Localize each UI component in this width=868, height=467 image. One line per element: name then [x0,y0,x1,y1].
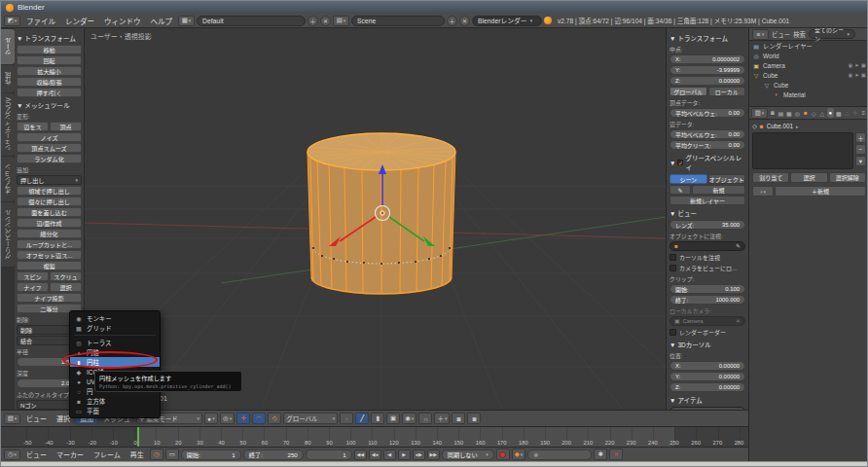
tab-world-icon[interactable]: ◎ [794,108,802,118]
menu-item-grid[interactable]: ▦グリッド [70,323,160,333]
transform-panel-header[interactable]: ▼ トランスフォーム [17,33,82,43]
add-tool-button[interactable]: オフセット辺ス... [17,250,82,260]
transform-tool-button[interactable]: 拡大縮小 [17,66,82,76]
edge-bevel-field[interactable]: 平均ベベルウェ:0.00 [669,129,745,139]
delete-scene-button[interactable]: ✕ [459,16,470,26]
menu-item-cylinder[interactable]: ▮円柱 [70,357,160,367]
scene-field[interactable]: Scene [351,16,445,26]
meshtools-panel-header[interactable]: ▼ メッシュツール [17,100,82,110]
delete-layout-button[interactable]: ✕ [320,16,331,26]
cursor-x-field[interactable]: X:0.00000 [669,361,745,371]
transform-tool-button[interactable]: 回転 [17,55,82,65]
outliner-row-cube-data[interactable]: ▽Cube [749,80,868,90]
np-gpencil-header[interactable]: ▼ ✓ グリースペンシルレイ [669,153,745,172]
timeline-menu-playback[interactable]: 再生 [127,449,148,459]
spin-button[interactable]: スピン [17,271,49,281]
pivot-point-select[interactable]: ◎▾ [220,413,235,424]
add-tool-button[interactable]: 領域で押し出し [17,186,82,196]
gpencil-checkbox[interactable]: ✓ [677,160,683,165]
select-mode-vertex-button[interactable]: · [340,413,353,424]
visibility-eye-icon[interactable]: ◉ [848,72,852,78]
median-z-field[interactable]: Z:0.00000 [669,76,745,86]
edge-crease-field[interactable]: 平均クリース:0.00 [669,140,745,150]
add-layout-button[interactable]: ＋ [307,16,318,26]
tab-constraints-icon[interactable]: ≡ [860,108,868,118]
cursor-z-field[interactable]: Z:0.00000 [669,382,745,392]
select-mode-face-button[interactable]: ▮ [371,413,384,424]
knife-button[interactable]: ナイフ [17,282,49,292]
insert-keyframes-button[interactable]: ✱ [594,449,607,460]
lock-cursor-checkbox[interactable] [669,254,676,261]
tab-render-layers-icon[interactable]: ▤ [778,108,785,118]
tab-grease-pencil[interactable]: グリースペンシル [1,202,15,267]
vertex-slide-button[interactable]: 頂点 [50,122,82,131]
clip-end-field[interactable]: 終了:1000.000 [669,295,745,305]
renderability-icon[interactable]: ▣ [861,62,866,68]
local-button[interactable]: ローカル [708,87,746,96]
renderability-icon[interactable]: ▣ [861,72,866,78]
clip-start-field[interactable]: 開始:0.100 [669,284,745,294]
gpencil-object-button[interactable]: オブジェクト [708,174,746,184]
gpencil-draw-icon[interactable]: ✎ [669,185,691,195]
outliner-menu-search[interactable]: 検索 [793,30,806,39]
viewport-shading-select[interactable]: ●▾ [204,413,218,424]
render-border-checkbox[interactable] [669,329,676,336]
current-frame-field[interactable]: 1 [306,449,352,460]
lock-range-button[interactable]: ▭ [165,449,179,460]
lens-field[interactable]: レンズ:35.000 [669,220,745,230]
breadcrumb-object-name[interactable]: Cube.001 [767,123,793,129]
menu-file[interactable]: ファイル [22,16,59,26]
timeline-menu-marker[interactable]: マーカー [53,449,88,459]
pin-icon[interactable]: ◇ [752,123,757,129]
eyedropper-icon[interactable]: ✎ [736,243,741,249]
tab-shading-uv[interactable]: シェーディング/UV [1,93,15,156]
edge-slide-button[interactable]: 辺をス [17,122,49,131]
transform-tool-button[interactable]: 押す/引く [17,88,82,97]
frame-end-field[interactable]: 終了:250 [243,449,304,460]
deform-tool-button[interactable]: 頂点スムーズ [17,143,82,153]
knife-tool-button[interactable]: ナイフ投影 [17,293,82,303]
np-cursor-header[interactable]: ▼ 3Dカーソル [669,340,745,349]
tab-physics-icon[interactable]: ○ [851,108,859,118]
tab-object-data-icon[interactable]: △ [818,108,826,118]
transform-tool-button[interactable]: 収縮/膨張 [17,77,82,87]
keying-set-type-select[interactable]: ◆▾ [512,449,526,460]
view3d-menu-view[interactable]: ビュー [22,413,51,423]
snap-element-select[interactable]: ＋▾ [434,413,450,424]
auto-keyframe-button[interactable] [496,449,510,460]
add-tool-button[interactable]: 個々に押し出し [17,197,82,206]
tab-particles-icon[interactable]: ∴ [844,108,851,118]
np-item-header[interactable]: ▼ アイテム [669,395,745,405]
outliner-row-cube-object[interactable]: ▽Cube ◉➤▣ [749,70,868,80]
extrude-dropdown[interactable]: 押し出し▾ [17,175,82,185]
current-frame-marker[interactable] [137,427,139,447]
jump-to-start-button[interactable]: ◀◀ [354,449,367,460]
jump-next-keyframe-button[interactable]: ●▶ [413,449,425,460]
screen-layout-icon[interactable]: ▦▾ [178,16,195,26]
orientation-select[interactable]: グローバル▾ [283,413,338,424]
menu-item-plane[interactable]: ▭平面 [70,406,160,415]
menu-render[interactable]: レンダー [61,16,98,26]
jump-prev-keyframe-button[interactable]: ◀● [369,449,381,460]
local-camera-field[interactable]: ▣Camera✕ [669,316,745,326]
timeline-menu-view[interactable]: ビュー [22,449,51,459]
proportional-edit-select[interactable]: ◉▾ [402,413,416,424]
play-button[interactable]: ▶ [398,449,411,460]
transform-tool-button[interactable]: 移動 [17,45,82,54]
tab-scene-icon[interactable]: ▦ [785,108,793,118]
new-material-button[interactable]: ＋ 新規 [775,186,866,197]
median-y-field[interactable]: Y:-3.99999 [669,65,745,75]
deform-tool-button[interactable]: ノイズ [17,132,82,142]
outliner-row-world[interactable]: ◎World [749,51,868,60]
timeline-menu-frame[interactable]: フレーム [90,449,125,459]
render-opengl-button[interactable]: ◙ [452,413,465,424]
menu-item-torus[interactable]: ◎トーラス [70,338,160,347]
add-tool-button[interactable]: 辺/面作成 [17,218,82,228]
outliner-row-material[interactable]: ◐Material [749,90,868,99]
viewport-3d[interactable]: ユーザー・透視投影 (1) Cube.001 [85,28,666,410]
add-tool-button[interactable]: 複製 [17,261,82,270]
vertex-bevel-field[interactable]: 平均ベベルウェ:0.00 [669,108,745,118]
outliner-row-render-layers[interactable]: ▤レンダーレイヤー [749,41,868,51]
outliner-filter-select[interactable]: 全てのシーン▾ [809,29,855,39]
tab-options[interactable]: オプション [1,157,15,201]
